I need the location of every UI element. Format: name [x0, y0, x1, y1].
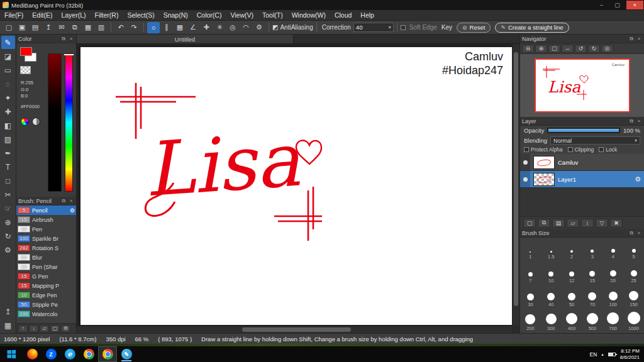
document-tab[interactable]: Untitled	[77, 35, 294, 43]
layer-delete-icon[interactable]: ✖	[610, 219, 623, 228]
brush-list-item[interactable]: 15 Mapping P	[16, 281, 76, 290]
taskbar-app-firefox[interactable]	[23, 346, 42, 362]
popout-icon[interactable]: ⧉	[628, 230, 635, 236]
menu-item[interactable]: Window(W)	[287, 10, 330, 20]
popout-icon[interactable]: ⧉	[60, 36, 67, 42]
opacity-slider[interactable]	[547, 128, 620, 133]
close-icon[interactable]: ×	[636, 230, 642, 236]
brush-list-item[interactable]: 10 Pen (Shar	[16, 262, 76, 272]
gradient-tool-icon[interactable]: ▨	[1, 133, 15, 146]
start-button[interactable]	[0, 346, 23, 362]
battery-icon[interactable]	[608, 353, 616, 356]
tray-chevron-icon[interactable]: ▴	[601, 352, 604, 357]
menu-item[interactable]: Help	[356, 10, 379, 20]
minimize-button[interactable]: –	[595, 1, 608, 9]
brush-size-option[interactable]: 1000	[623, 309, 644, 333]
menu-item[interactable]: Snap(N)	[159, 10, 192, 20]
snap-radial-icon[interactable]: ✳	[213, 22, 226, 33]
undo-icon[interactable]: ↶	[114, 22, 127, 33]
divide-tool-icon[interactable]: ✂	[1, 188, 15, 201]
brush-settings-icon[interactable]: ⚙	[70, 207, 75, 214]
menu-item[interactable]: Edit(E)	[28, 10, 57, 20]
snap-cross-icon[interactable]: ✚	[200, 22, 213, 33]
taskbar-app-medibang[interactable]: ✎	[117, 346, 136, 362]
brush-folder-icon[interactable]: ▱	[40, 325, 49, 332]
zoom-tool-icon[interactable]: ⊕	[1, 216, 15, 229]
horizontal-scrollbar[interactable]	[77, 326, 512, 333]
hand-tool-icon[interactable]: ☞	[1, 202, 15, 215]
vertical-scrollbar-thumb[interactable]	[514, 52, 518, 305]
brush-size-option[interactable]: 4	[602, 238, 623, 261]
brush-size-option[interactable]: 25	[623, 261, 644, 285]
layer-option-checkbox[interactable]: Protect Alpha	[524, 146, 563, 153]
create-straight-line-button[interactable]: ✎ Create a straight line	[495, 23, 569, 33]
taskbar-app-chrome-2[interactable]	[98, 346, 117, 362]
brush-down-icon[interactable]: ↓	[29, 325, 38, 332]
brush-size-option[interactable]: 300	[541, 309, 562, 333]
new-canvas-icon[interactable]: ▢	[3, 22, 15, 33]
snap-settings-icon[interactable]: ⚙	[253, 22, 265, 33]
taskbar-app-edge[interactable]: e	[60, 346, 79, 362]
brush-size-option[interactable]: 12	[562, 261, 582, 285]
brush-size-option[interactable]: 500	[582, 309, 602, 333]
brush-list-item[interactable]: 50 Blur	[16, 253, 76, 262]
layer-option-checkbox[interactable]: Clipping	[568, 146, 594, 153]
magic-wand-tool-icon[interactable]: ✦	[1, 91, 15, 104]
layer-duplicate-icon[interactable]: ⧉	[538, 219, 550, 228]
menu-item[interactable]: Cloud	[330, 10, 356, 20]
menu-item[interactable]: Filter(R)	[91, 10, 123, 20]
snap-ellipse-icon[interactable]: ○	[147, 22, 160, 33]
layer-folder-icon[interactable]: ▱	[567, 219, 579, 228]
brush-list-item[interactable]: 5 Pencil ⚙	[16, 206, 76, 215]
snap-concentric-icon[interactable]: ◎	[226, 22, 239, 33]
move-tool-icon[interactable]: ✚	[1, 105, 15, 118]
toolstrip-dock-icon[interactable]: ▦	[1, 319, 15, 332]
rotate-canvas-tool-icon[interactable]: ↻	[1, 229, 15, 243]
color-palette-toggle-icon[interactable]	[32, 118, 40, 126]
brush-list-item[interactable]: 10 Edge Pen	[16, 290, 76, 300]
layer-add-icon[interactable]: ▢	[523, 219, 536, 228]
brush-size-option[interactable]: 100	[602, 285, 623, 309]
language-indicator[interactable]: EN	[590, 351, 597, 358]
menu-item[interactable]: Color(C)	[192, 10, 226, 20]
text-tool-icon[interactable]: T	[1, 160, 15, 173]
foreground-color-swatch[interactable]	[20, 47, 32, 56]
brush-size-option[interactable]: 700	[602, 309, 623, 333]
brush-size-option[interactable]: 1.5	[541, 238, 562, 261]
snap-angle-icon[interactable]: ∠	[187, 22, 199, 33]
brush-size-option[interactable]: 1	[520, 238, 541, 261]
brush-size-option[interactable]: 40	[541, 285, 562, 309]
vertical-scrollbar[interactable]	[512, 44, 519, 326]
correction-select[interactable]: 40 ▾	[353, 23, 394, 32]
layer-settings-icon[interactable]: ⚙	[635, 175, 641, 184]
navigator-thumbnail[interactable]: Lisa Camluv	[535, 58, 630, 112]
close-icon[interactable]: ×	[68, 198, 74, 204]
nav-rotate-right-icon[interactable]: ↻	[588, 45, 600, 53]
layer-merge-icon[interactable]: ▽	[596, 219, 608, 228]
menu-item[interactable]: File(F)	[0, 10, 28, 20]
layer-transfer-icon[interactable]: ▤	[552, 219, 565, 228]
taskbar-app-chrome[interactable]	[79, 346, 98, 362]
toolstrip-up-icon[interactable]: ↥	[1, 305, 15, 318]
brush-size-option[interactable]: 200	[520, 309, 541, 333]
taskbar-clock[interactable]: 8:12 PM 8/6/2021	[620, 348, 640, 361]
menu-item[interactable]: Layer(L)	[57, 10, 90, 20]
brush-list-item[interactable]: 282 Rotation S	[16, 243, 76, 253]
layer-row[interactable]: Camluv	[520, 154, 644, 171]
snap-parallel-icon[interactable]: ∥	[160, 22, 173, 33]
operation-tool-icon[interactable]: ⚙	[1, 243, 15, 256]
material-icon[interactable]: ▥	[95, 22, 108, 33]
menu-item[interactable]: View(V)	[226, 10, 258, 20]
brush-size-option[interactable]: 70	[582, 285, 602, 309]
close-icon[interactable]: ×	[68, 36, 74, 41]
shape-tool-icon[interactable]: □	[1, 174, 15, 187]
eyedropper-tool-icon[interactable]: ✒	[1, 146, 15, 160]
select-tool-icon[interactable]: ▭	[1, 63, 15, 77]
brush-add-icon[interactable]: ▢	[50, 325, 60, 332]
horizontal-scrollbar-thumb[interactable]	[242, 327, 351, 332]
blending-select[interactable]: Normal ▾	[550, 136, 640, 145]
nav-zoom-in-icon[interactable]: ⊕	[535, 45, 547, 53]
cloud-upload-icon[interactable]: ↥	[42, 22, 55, 33]
layer-row[interactable]: Layer1 ⚙	[520, 171, 644, 188]
brush-size-option[interactable]: 20	[602, 261, 623, 285]
